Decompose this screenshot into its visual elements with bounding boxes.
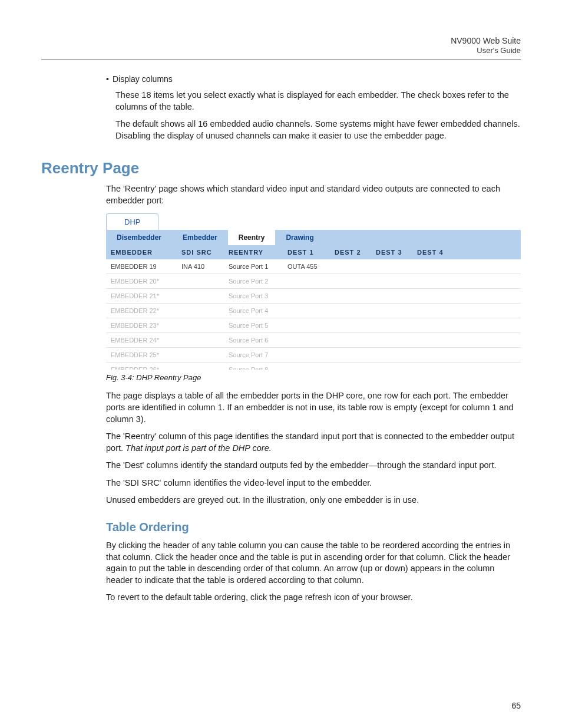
table-cell bbox=[371, 274, 412, 288]
body-p5: Unused embedders are greyed out. In the … bbox=[106, 495, 521, 506]
table-cell bbox=[283, 333, 330, 347]
table-row: EMBEDDER 26*Source Port 8 bbox=[106, 363, 521, 370]
table-cell bbox=[371, 259, 412, 274]
body-p1: The page displays a table of all the emb… bbox=[106, 390, 521, 425]
table-cell bbox=[412, 318, 454, 332]
table-cell: EMBEDDER 23* bbox=[106, 318, 177, 332]
table-cell bbox=[412, 274, 454, 288]
table-cell: Source Port 4 bbox=[224, 304, 283, 318]
column-header[interactable]: DEST 2 bbox=[330, 245, 371, 259]
table-row: EMBEDDER 19INA 410Source Port 1OUTA 455 bbox=[106, 259, 521, 274]
table-cell: Source Port 1 bbox=[224, 259, 283, 274]
page-header: NV9000 Web Suite User's Guide bbox=[41, 35, 521, 60]
body-p3: The 'Dest' columns identify the standard… bbox=[106, 460, 521, 472]
table-cell: EMBEDDER 25* bbox=[106, 348, 177, 362]
table-cell bbox=[177, 348, 224, 362]
table-row: EMBEDDER 25*Source Port 7 bbox=[106, 348, 521, 363]
bullet-item: • Display columns bbox=[106, 74, 521, 84]
table-cell bbox=[371, 348, 412, 362]
page-number: 65 bbox=[511, 701, 521, 710]
table-cell bbox=[371, 304, 412, 318]
bullet-text: Display columns bbox=[113, 74, 173, 84]
table-cell bbox=[330, 333, 371, 347]
table-cell: OUTA 455 bbox=[283, 259, 330, 274]
section-heading-reentry: Reentry Page bbox=[41, 159, 521, 177]
table-cell: Source Port 2 bbox=[224, 274, 283, 288]
table-cell bbox=[371, 333, 412, 347]
table-cell bbox=[283, 274, 330, 288]
table-cell bbox=[283, 289, 330, 303]
table-cell: EMBEDDER 21* bbox=[106, 289, 177, 303]
table-cell: EMBEDDER 22* bbox=[106, 304, 177, 318]
table-cell bbox=[371, 289, 412, 303]
column-header[interactable]: REENTRY bbox=[224, 245, 283, 259]
table-cell bbox=[177, 333, 224, 347]
table-cell bbox=[177, 289, 224, 303]
intro-paragraph-2: The default shows all 16 embedded audio … bbox=[115, 118, 521, 141]
table-cell bbox=[283, 363, 330, 370]
figure-caption: Fig. 3-4: DHP Reentry Page bbox=[106, 373, 521, 382]
table-row: EMBEDDER 20*Source Port 2 bbox=[106, 274, 521, 289]
subsection-heading-table-ordering: Table Ordering bbox=[106, 521, 521, 534]
subtab-drawing[interactable]: Drawing bbox=[275, 230, 324, 245]
body-p4: The 'SDI SRC' column identifies the vide… bbox=[106, 477, 521, 489]
table-cell bbox=[177, 318, 224, 332]
intro-paragraph-1: These 18 items let you select exactly wh… bbox=[115, 90, 521, 113]
table-cell: Source Port 6 bbox=[224, 333, 283, 347]
subtab-reentry[interactable]: Reentry bbox=[228, 230, 276, 245]
column-header[interactable]: EMBEDDER bbox=[106, 245, 177, 259]
body-p2: The 'Reentry' column of this page identi… bbox=[106, 431, 521, 454]
table-cell bbox=[177, 274, 224, 288]
subtab-embedder[interactable]: Embedder bbox=[172, 230, 228, 245]
table-cell bbox=[371, 318, 412, 332]
table-row: EMBEDDER 24*Source Port 6 bbox=[106, 333, 521, 348]
table-cell: EMBEDDER 26* bbox=[106, 363, 177, 370]
ordering-p2: To revert to the default table ordering,… bbox=[106, 592, 521, 604]
table-cell: Source Port 3 bbox=[224, 289, 283, 303]
table-cell bbox=[283, 318, 330, 332]
table-row: EMBEDDER 22*Source Port 4 bbox=[106, 304, 521, 318]
table-cell bbox=[330, 259, 371, 274]
table-cell bbox=[330, 304, 371, 318]
table-cell bbox=[283, 348, 330, 362]
bullet-dot-icon: • bbox=[106, 74, 109, 84]
column-header[interactable]: DEST 4 bbox=[412, 245, 454, 259]
table-cell bbox=[330, 348, 371, 362]
table-cell bbox=[371, 363, 412, 370]
table-cell bbox=[412, 289, 454, 303]
table-cell bbox=[330, 289, 371, 303]
table-cell: Source Port 8 bbox=[224, 363, 283, 370]
table-cell: EMBEDDER 24* bbox=[106, 333, 177, 347]
table-cell bbox=[412, 259, 454, 274]
table-cell bbox=[412, 363, 454, 370]
doc-subtitle: User's Guide bbox=[41, 46, 521, 56]
column-header[interactable]: SDI SRC bbox=[177, 245, 224, 259]
column-header[interactable]: DEST 1 bbox=[283, 245, 330, 259]
table-cell bbox=[177, 363, 224, 370]
section-lead: The 'Reentry' page shows which standard … bbox=[106, 183, 521, 206]
tab-dhp[interactable]: DHP bbox=[106, 213, 158, 230]
ordering-p1: By clicking the header of any table colu… bbox=[106, 540, 521, 586]
table-cell bbox=[330, 318, 371, 332]
subtab-disembedder[interactable]: Disembedder bbox=[106, 230, 172, 245]
figure-dhp-reentry: DHP DisembedderEmbedderReentryDrawing EM… bbox=[106, 213, 521, 370]
table-cell bbox=[330, 363, 371, 370]
table-cell: EMBEDDER 20* bbox=[106, 274, 177, 288]
column-header[interactable]: DEST 3 bbox=[371, 245, 412, 259]
table-cell: INA 410 bbox=[177, 259, 224, 274]
table-cell bbox=[412, 348, 454, 362]
table-cell bbox=[412, 304, 454, 318]
table-cell: Source Port 5 bbox=[224, 318, 283, 332]
table-cell bbox=[412, 333, 454, 347]
table-cell bbox=[330, 274, 371, 288]
table-cell bbox=[283, 304, 330, 318]
table-cell: EMBEDDER 19 bbox=[106, 259, 177, 274]
doc-title: NV9000 Web Suite bbox=[41, 35, 521, 46]
table-cell bbox=[177, 304, 224, 318]
table-row: EMBEDDER 21*Source Port 3 bbox=[106, 289, 521, 304]
table-cell: Source Port 7 bbox=[224, 348, 283, 362]
table-row: EMBEDDER 23*Source Port 5 bbox=[106, 318, 521, 333]
